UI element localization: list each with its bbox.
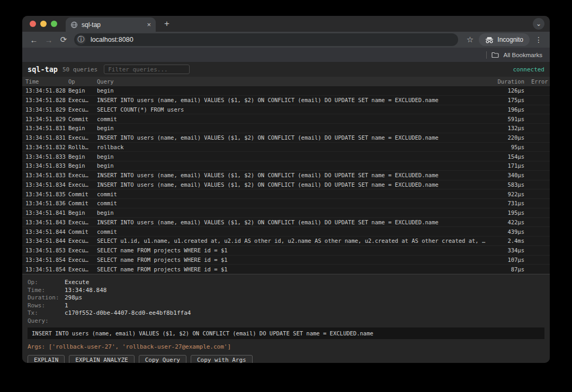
query-cell: begin: [97, 162, 487, 169]
detail-field-value: Execute: [65, 279, 544, 287]
table-row[interactable]: 13:34:51.829Commitcommit591µs: [22, 114, 550, 124]
dur-cell: 334µs: [487, 247, 524, 253]
tab-close-icon[interactable]: ×: [147, 21, 151, 28]
close-window-button[interactable]: [30, 21, 36, 27]
table-row[interactable]: 13:34:51.832Rollb…rollback95µs: [22, 143, 550, 152]
op-cell: Begin: [68, 209, 97, 216]
op-cell: Execu…: [68, 106, 97, 113]
copy-with-args-button[interactable]: Copy with Args: [191, 355, 253, 363]
detail-field-value: 1: [65, 302, 544, 310]
query-cell: SELECT name FROM projects WHERE id = $1: [97, 247, 487, 253]
column-header-duration[interactable]: Duration: [487, 78, 524, 85]
detail-field-value: c170f552-d0be-4407-8cd0-ee4bf8b1ffa4: [65, 309, 544, 317]
table-row[interactable]: 13:34:51.853Execu…SELECT name FROM proje…: [22, 246, 550, 256]
maximize-window-button[interactable]: [51, 21, 57, 27]
table-row[interactable]: 13:34:51.829Execu…SELECT COUNT(*) FROM u…: [22, 105, 550, 115]
query-cell: commit: [97, 116, 487, 122]
explain-analyze-button[interactable]: EXPLAIN ANALYZE: [69, 355, 134, 363]
query-cell: commit: [97, 191, 487, 197]
address-bar[interactable]: ⓘ localhost:8080: [74, 33, 458, 46]
site-info-icon[interactable]: ⓘ: [76, 35, 86, 44]
query-cell: SELECT name FROM projects WHERE id = $1: [97, 257, 487, 263]
time-cell: 13:34:51.834: [25, 181, 68, 188]
column-header-time[interactable]: Time: [25, 78, 68, 85]
minimize-window-button[interactable]: [40, 21, 47, 27]
chevron-down-icon[interactable]: ⌄: [533, 18, 544, 30]
op-cell: Begin: [68, 153, 97, 160]
detail-field-value: 13:34:48.848: [65, 287, 544, 295]
tab-sql-tap[interactable]: sql-tap ×: [66, 17, 156, 32]
all-bookmarks-label[interactable]: All Bookmarks: [504, 52, 543, 58]
table-row[interactable]: 13:34:51.844Commitcommit439µs: [22, 227, 550, 236]
query-cell: INSERT INTO users (name, email) VALUES (…: [97, 219, 487, 225]
time-cell: 13:34:51.833: [25, 162, 68, 169]
table-row[interactable]: 13:34:51.843Execu…INSERT INTO users (nam…: [22, 218, 550, 227]
op-cell: Execu…: [68, 257, 97, 263]
connection-status: connected: [513, 66, 544, 73]
time-cell: 13:34:51.844: [25, 229, 68, 235]
column-header-op[interactable]: Op: [68, 78, 97, 85]
op-cell: Execu…: [68, 266, 97, 272]
table-row[interactable]: 13:34:51.854Execu…SELECT name FROM proje…: [22, 265, 550, 274]
bookmark-star-icon[interactable]: ☆: [467, 35, 473, 44]
table-row[interactable]: 13:34:51.835Commitcommit922µs: [22, 189, 550, 199]
table-row[interactable]: 13:34:51.831Beginbegin132µs: [22, 124, 550, 133]
table-row[interactable]: 13:34:51.833Beginbegin171µs: [22, 161, 550, 171]
table-row[interactable]: 13:34:51.844Execu…SELECT u1.id, u1.name,…: [22, 236, 550, 246]
dur-cell: 195µs: [487, 209, 524, 216]
browser-menu-icon[interactable]: ⋮: [535, 35, 542, 44]
bookmarks-separator: [486, 51, 487, 59]
op-cell: Commit: [68, 191, 97, 197]
time-cell: 13:34:51.835: [25, 191, 68, 197]
table-header: Time Op Query Duration Error: [22, 77, 550, 86]
dur-cell: 439µs: [487, 229, 524, 235]
table-row[interactable]: 13:34:51.854Execu…SELECT name FROM proje…: [22, 256, 550, 265]
dur-cell: 175µs: [487, 97, 524, 103]
query-cell: begin: [97, 87, 487, 94]
detail-field: Tx:c170f552-d0be-4407-8cd0-ee4bf8b1ffa4: [28, 309, 544, 317]
new-tab-icon[interactable]: +: [164, 19, 169, 29]
table-row[interactable]: 13:34:51.841Beginbegin195µs: [22, 208, 550, 218]
table-row[interactable]: 13:34:51.831Execu…INSERT INTO users (nam…: [22, 133, 550, 143]
table-row[interactable]: 13:34:51.833Execu…INSERT INTO users (nam…: [22, 171, 550, 180]
dur-cell: 220µs: [487, 134, 524, 141]
traffic-lights: [22, 21, 66, 27]
time-cell: 13:34:51.832: [25, 144, 68, 150]
table-row[interactable]: 13:34:51.834Execu…INSERT INTO users (nam…: [22, 180, 550, 190]
globe-favicon-icon: [70, 21, 78, 29]
query-cell: INSERT INTO users (name, email) VALUES (…: [97, 181, 487, 188]
dur-cell: 340µs: [487, 172, 524, 178]
detail-field-label: Rows:: [28, 302, 65, 310]
detail-field: Op:Execute: [28, 279, 544, 287]
table-row[interactable]: 13:34:51.828Execu…INSERT INTO users (nam…: [22, 96, 550, 105]
explain-button[interactable]: EXPLAIN: [28, 355, 65, 363]
filter-queries-input[interactable]: [104, 65, 190, 74]
query-cell: commit: [97, 200, 487, 206]
dur-cell: 87µs: [487, 266, 524, 272]
table-row[interactable]: 13:34:51.836Commitcommit731µs: [22, 199, 550, 208]
table-row[interactable]: 13:34:51.828Beginbegin126µs: [22, 86, 550, 96]
dur-cell: 107µs: [487, 257, 524, 263]
detail-field: Time:13:34:48.848: [28, 287, 544, 295]
forward-icon[interactable]: →: [41, 35, 56, 44]
query-count: 50 queries: [62, 66, 97, 73]
op-cell: Begin: [68, 125, 97, 131]
time-cell: 13:34:51.828: [25, 97, 68, 103]
time-cell: 13:34:51.841: [25, 209, 68, 216]
detail-fields: Op:ExecuteTime:13:34:48.848Duration:298µ…: [28, 279, 544, 325]
reload-icon[interactable]: ⟳: [56, 35, 71, 44]
detail-field-value: 298µs: [65, 294, 544, 302]
detail-field: Duration:298µs: [28, 294, 544, 302]
column-header-query[interactable]: Query: [97, 78, 487, 85]
back-icon[interactable]: ←: [26, 35, 41, 44]
detail-args: Args: ['rollback-user-27', 'rollback-use…: [28, 343, 544, 351]
query-cell: SELECT COUNT(*) FROM users: [97, 106, 487, 113]
column-header-error[interactable]: Error: [524, 78, 546, 85]
dur-cell: 132µs: [487, 125, 524, 131]
time-cell: 13:34:51.843: [25, 219, 68, 225]
query-cell: INSERT INTO users (name, email) VALUES (…: [97, 172, 487, 178]
table-row[interactable]: 13:34:51.833Beginbegin154µs: [22, 152, 550, 161]
browser-window: sql-tap × + ⌄ ← → ⟳ ⓘ localhost:8080 ☆ I…: [22, 16, 550, 363]
detail-field: Query:: [28, 317, 544, 325]
copy-query-button[interactable]: Copy Query: [139, 355, 186, 363]
